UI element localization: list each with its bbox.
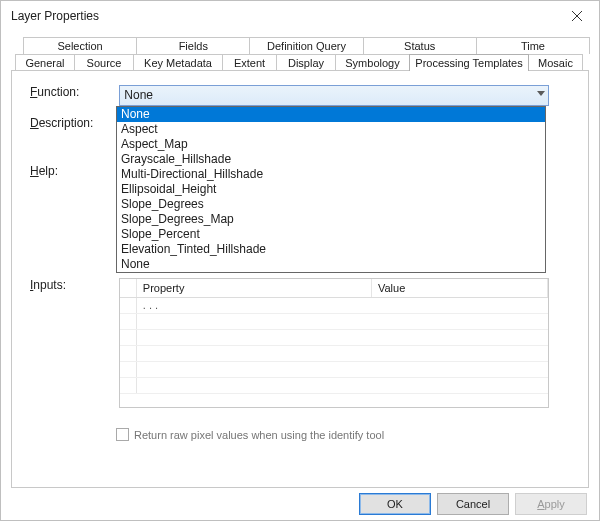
tab-source[interactable]: Source [74, 54, 134, 71]
function-option[interactable]: None [117, 257, 545, 272]
tab-mosaic[interactable]: Mosaic [528, 54, 583, 71]
table-row [120, 329, 548, 345]
close-button[interactable] [555, 1, 599, 31]
inputs-header-property[interactable]: Property [136, 279, 371, 297]
tab-panel-processing-templates: Function: None Description: Help: [11, 70, 589, 488]
return-raw-label: Return raw pixel values when using the i… [134, 429, 384, 441]
tab-symbology[interactable]: Symbology [335, 54, 410, 71]
apply-button: Apply [515, 493, 587, 515]
close-icon [572, 11, 582, 21]
table-row [120, 377, 548, 393]
table-row [120, 361, 548, 377]
inputs-row: Inputs: Property Value [30, 278, 570, 408]
inputs-header-row: Property Value [120, 279, 548, 297]
title-bar: Layer Properties [1, 1, 599, 31]
tab-strip: SelectionFieldsDefinition QueryStatusTim… [11, 37, 589, 71]
function-option[interactable]: Grayscale_Hillshade [117, 152, 545, 167]
tab-display[interactable]: Display [276, 54, 336, 71]
tab-definition-query[interactable]: Definition Query [249, 37, 363, 54]
tab-selection[interactable]: Selection [23, 37, 137, 54]
window-title: Layer Properties [11, 9, 555, 23]
function-label: Function: [30, 85, 116, 99]
tab-time[interactable]: Time [476, 37, 590, 54]
function-dropdown-list[interactable]: NoneAspectAspect_MapGrayscale_HillshadeM… [116, 106, 546, 273]
function-option[interactable]: Slope_Percent [117, 227, 545, 242]
chevron-down-icon [537, 91, 545, 96]
tab-key-metadata[interactable]: Key Metadata [133, 54, 223, 71]
help-label: Help: [30, 164, 116, 178]
function-option[interactable]: Slope_Degrees [117, 197, 545, 212]
inputs-grid[interactable]: Property Value . . . [119, 278, 549, 408]
function-row: Function: None [30, 85, 570, 106]
inputs-placeholder-row[interactable]: . . . [120, 297, 548, 313]
function-option[interactable]: Aspect [117, 122, 545, 137]
inputs-header-handle [120, 279, 136, 297]
function-option[interactable]: Ellipsoidal_Height [117, 182, 545, 197]
tab-status[interactable]: Status [363, 37, 477, 54]
return-raw-row: Return raw pixel values when using the i… [116, 428, 570, 441]
function-option[interactable]: Slope_Degrees_Map [117, 212, 545, 227]
tab-fields[interactable]: Fields [136, 37, 250, 54]
ok-button[interactable]: OK [359, 493, 431, 515]
inputs-label: Inputs: [30, 278, 116, 292]
table-row [120, 313, 548, 329]
dialog-content: SelectionFieldsDefinition QueryStatusTim… [1, 31, 599, 488]
tab-general[interactable]: General [15, 54, 75, 71]
function-option[interactable]: Elevation_Tinted_Hillshade [117, 242, 545, 257]
function-option[interactable]: Multi-Directional_Hillshade [117, 167, 545, 182]
description-label: Description: [30, 116, 116, 130]
layer-properties-dialog: Layer Properties SelectionFieldsDefiniti… [0, 0, 600, 521]
inputs-header-value[interactable]: Value [371, 279, 547, 297]
dialog-button-bar: OK Cancel Apply [1, 488, 599, 520]
function-option[interactable]: None [117, 107, 545, 122]
tab-extent[interactable]: Extent [222, 54, 277, 71]
inputs-placeholder-cell: . . . [136, 297, 371, 313]
function-combo[interactable]: None [119, 85, 549, 106]
function-combo-value: None [124, 88, 153, 102]
return-raw-checkbox[interactable] [116, 428, 129, 441]
cancel-button[interactable]: Cancel [437, 493, 509, 515]
tab-processing-templates[interactable]: Processing Templates [409, 54, 529, 71]
table-row [120, 345, 548, 361]
function-option[interactable]: Aspect_Map [117, 137, 545, 152]
